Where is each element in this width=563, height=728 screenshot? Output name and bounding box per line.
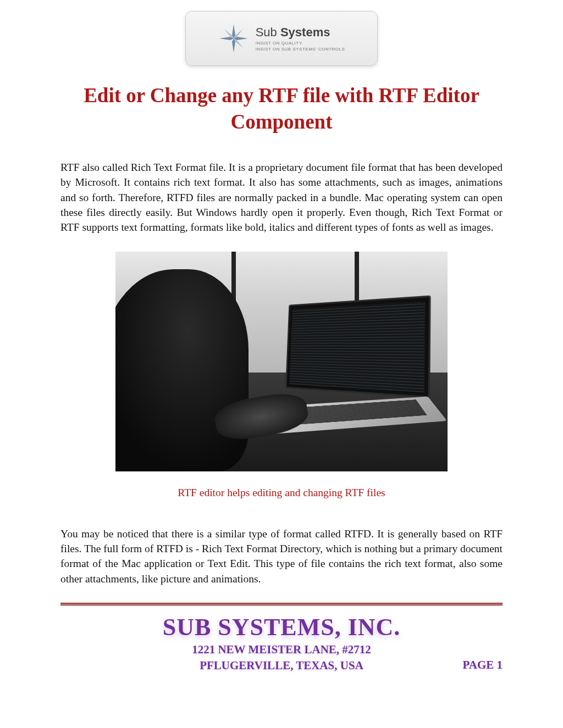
logo-container: Sub Systems INSIST ON QUALITY. INSIST ON…: [60, 11, 503, 66]
svg-marker-2: [219, 37, 234, 40]
page-footer: SUB SYSTEMS, INC. 1221 NEW MEISTER LANE,…: [60, 613, 503, 685]
brand-prefix: Sub: [256, 25, 280, 39]
footer-address-2: PFLUGERVILLE, TEXAS, USA: [60, 658, 503, 673]
star-icon: [218, 23, 249, 54]
laptop-photo: [115, 252, 448, 471]
brand-name: Sub Systems: [256, 25, 345, 40]
svg-marker-4: [224, 29, 234, 38]
figure-container: [60, 252, 503, 471]
company-logo: Sub Systems INSIST ON QUALITY. INSIST ON…: [185, 11, 378, 66]
footer-address-1: 1221 NEW MEISTER LANE, #2712: [60, 642, 503, 657]
paragraph-2: You may be noticed that there is a simil…: [60, 526, 503, 586]
page-number: PAGE 1: [462, 658, 503, 672]
logo-text: Sub Systems INSIST ON QUALITY. INSIST ON…: [256, 25, 345, 52]
figure-caption: RTF editor helps editing and changing RT…: [60, 487, 503, 499]
footer-divider: [60, 603, 503, 605]
svg-marker-6: [224, 38, 234, 48]
svg-marker-0: [232, 24, 235, 38]
page-title: Edit or Change any RTF file with RTF Edi…: [60, 82, 503, 135]
document-page: Sub Systems INSIST ON QUALITY. INSIST ON…: [0, 0, 563, 684]
tagline-2: INSIST ON SUB SYSTEMS' CONTROLS: [256, 47, 345, 52]
svg-marker-3: [234, 37, 248, 40]
svg-marker-5: [234, 29, 244, 38]
paragraph-1: RTF also called Rich Text Format file. I…: [60, 160, 503, 235]
svg-marker-7: [234, 38, 244, 48]
svg-marker-1: [232, 38, 235, 53]
tagline-1: INSIST ON QUALITY.: [256, 41, 345, 46]
brand-bold: Systems: [280, 25, 330, 39]
footer-company: SUB SYSTEMS, INC.: [60, 613, 503, 641]
